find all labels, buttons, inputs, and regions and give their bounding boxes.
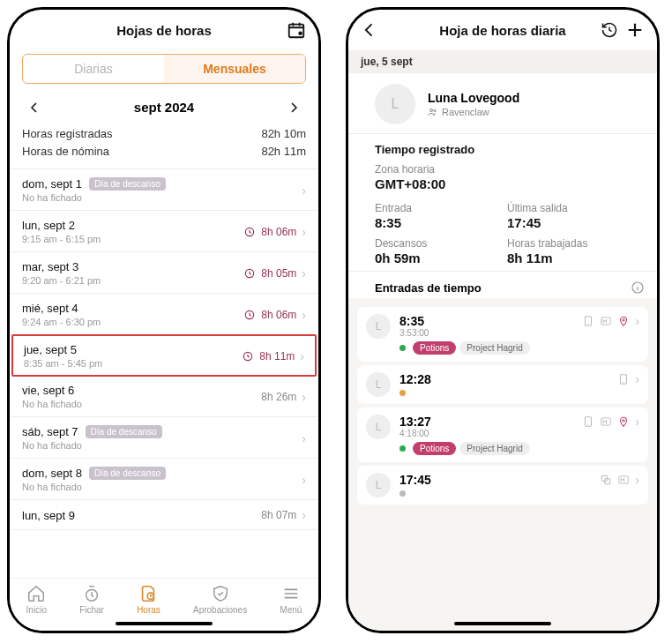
svg-rect-0 <box>289 25 304 38</box>
day-row[interactable]: lun, sept 29:15 am - 6:15 pm8h 06m› <box>10 211 318 252</box>
entry-avatar: L <box>366 372 391 397</box>
svg-rect-18 <box>602 475 608 481</box>
entry-duration: 4:18:00 <box>399 429 573 438</box>
tab-menu[interactable]: Menú <box>280 584 302 615</box>
chevron-right-icon: › <box>302 431 306 445</box>
day-row[interactable]: lun, sept 98h 07m› <box>10 500 318 530</box>
device-icon <box>617 373 630 385</box>
svg-rect-16 <box>601 418 611 425</box>
svg-point-1 <box>299 32 302 34</box>
day-row[interactable]: mié, sept 49:24 am - 6:30 pm8h 06m› <box>10 294 318 335</box>
day-sub: 8:35 am - 5:45 pm <box>24 358 102 369</box>
day-title: lun, sept 9 <box>22 509 75 522</box>
overlap-icon <box>600 474 612 486</box>
day-title: jue, sept 5 <box>24 343 77 356</box>
chevron-right-icon: › <box>635 314 639 328</box>
m-icon <box>600 315 612 327</box>
status-dot <box>399 490 406 497</box>
home-indicator <box>116 622 213 625</box>
calendar-icon[interactable] <box>287 20 306 40</box>
time-entry[interactable]: L12:28› <box>357 365 648 404</box>
payroll-hours-value: 82h 11m <box>261 143 306 161</box>
tz-value: GMT+08:00 <box>375 176 631 191</box>
chevron-right-icon: › <box>302 508 306 522</box>
day-sub: 9:24 am - 6:30 pm <box>22 317 101 327</box>
m-icon <box>600 415 612 428</box>
avatar: L <box>375 84 415 124</box>
clock-icon <box>243 267 256 280</box>
chevron-right-icon: › <box>302 390 306 404</box>
tab-home[interactable]: Inicio <box>26 584 47 615</box>
view-toggle: Diarias Mensuales <box>22 54 306 84</box>
next-month-button[interactable] <box>288 102 299 113</box>
chevron-right-icon: › <box>635 473 639 487</box>
day-title: mié, sept 4 <box>22 302 78 315</box>
tab-daily[interactable]: Diarias <box>23 55 164 83</box>
date-bar: jue, 5 sept <box>348 50 657 73</box>
logged-hours-value: 82h 10m <box>261 125 306 143</box>
day-title: dom, sept 8 <box>22 467 82 480</box>
status-dot <box>399 390 406 396</box>
chevron-right-icon: › <box>302 225 306 239</box>
day-hours: 8h 26m <box>261 391 296 403</box>
day-row[interactable]: jue, sept 58:35 am - 5:45 pm8h 11m› <box>11 334 317 377</box>
day-row[interactable]: sáb, sept 7Día de descansoNo ha fichado› <box>10 417 318 459</box>
day-row[interactable]: dom, sept 1Día de descansoNo ha fichado› <box>10 169 318 211</box>
location-pin-icon <box>617 315 630 327</box>
day-row[interactable]: dom, sept 8Día de descansoNo ha fichado› <box>10 459 318 500</box>
tab-clock[interactable]: Fichar <box>79 584 104 615</box>
back-button[interactable] <box>361 21 378 39</box>
prev-month-button[interactable] <box>29 102 40 113</box>
device-icon <box>582 415 594 428</box>
time-entry[interactable]: L8:353:53:00PotionsProject Hagrid› <box>357 307 648 362</box>
device-icon <box>582 315 594 327</box>
phone-timesheet-list: Hojas de horas Diarias Mensuales sept 20… <box>7 7 321 633</box>
entry-avatar: L <box>366 473 391 497</box>
time-entry[interactable]: L13:274:18:00PotionsProject Hagrid› <box>357 407 648 462</box>
worked-value: 8h 11m <box>507 250 631 265</box>
tz-label: Zona horaria <box>375 163 631 176</box>
clock-icon <box>242 350 254 363</box>
entries-title: Entradas de tiempo <box>361 281 482 295</box>
entry-tag: Potions <box>413 442 456 455</box>
history-icon[interactable] <box>601 21 618 39</box>
status-dot <box>399 345 406 351</box>
entry-duration: 3:53:00 <box>399 328 573 338</box>
location-pin-icon <box>617 415 630 428</box>
entry-tag: Potions <box>413 341 456 355</box>
entry-avatar: L <box>366 415 391 439</box>
in-value: 8:35 <box>375 215 498 230</box>
chevron-right-icon: › <box>302 183 306 198</box>
days-list: dom, sept 1Día de descansoNo ha fichado›… <box>10 169 318 578</box>
user-name: Luna Lovegood <box>428 91 519 105</box>
rest-day-badge: Día de descanso <box>89 177 166 191</box>
user-team: Ravenclaw <box>428 107 519 117</box>
tab-monthly[interactable]: Mensuales <box>164 55 305 83</box>
payroll-hours-label: Horas de nómina <box>22 143 109 161</box>
svg-rect-20 <box>619 476 629 483</box>
entry-tag: Project Hagrid <box>459 442 529 455</box>
time-entry[interactable]: L17:45› <box>357 466 648 505</box>
entry-avatar: L <box>366 314 391 339</box>
day-title: mar, sept 3 <box>22 260 78 273</box>
chevron-right-icon: › <box>635 372 639 386</box>
people-icon <box>428 107 438 117</box>
day-hours: 8h 05m <box>261 267 296 280</box>
info-icon[interactable] <box>631 280 645 295</box>
breaks-label: Descansos <box>375 237 498 250</box>
month-nav: sept 2024 <box>10 91 318 123</box>
chevron-right-icon: › <box>635 415 639 429</box>
svg-point-13 <box>623 319 624 321</box>
day-row[interactable]: vie, sept 6No ha fichado8h 26m› <box>10 376 318 417</box>
add-button[interactable] <box>625 20 645 40</box>
tab-hours[interactable]: Horas <box>137 584 161 615</box>
day-sub: 9:15 am - 6:15 pm <box>22 234 101 244</box>
clock-icon <box>243 226 256 238</box>
svg-point-17 <box>623 420 624 422</box>
tab-approvals[interactable]: Aprobaciones <box>193 584 247 615</box>
entries-header: Entradas de tiempo <box>348 272 657 298</box>
entry-time: 17:45 <box>399 473 591 487</box>
day-row[interactable]: mar, sept 39:20 am - 6:21 pm8h 05m› <box>10 252 318 294</box>
in-label: Entrada <box>375 202 498 214</box>
timezone-block: Zona horaria GMT+08:00 <box>348 161 657 197</box>
